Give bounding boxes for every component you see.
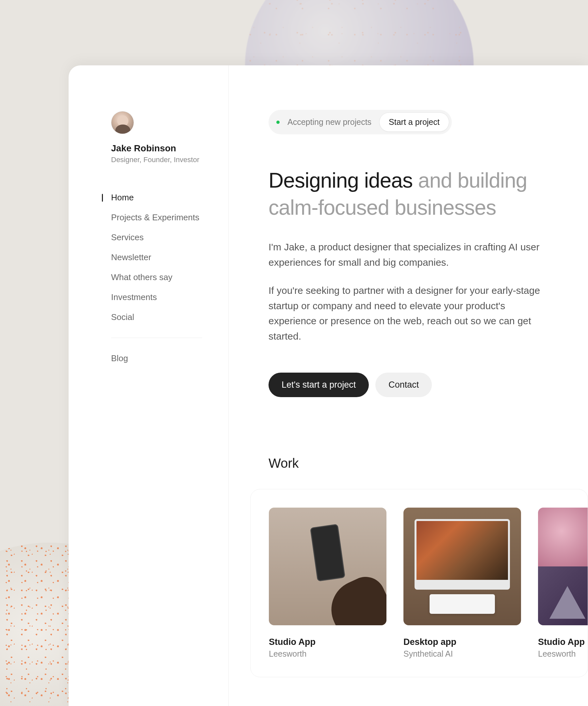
status-dot-icon [276,121,280,124]
hero-paragraph-2: If you're seeking to partner with a desi… [268,283,549,344]
hero-paragraph-1: I'm Jake, a product designer that specia… [268,240,549,270]
nav-item-testimonials[interactable]: What others say [111,267,228,287]
nav-item-blog[interactable]: Blog [111,348,228,368]
main-card: Jake Robinson Designer, Founder, Investo… [69,65,588,706]
hero-buttons: Let's start a project Contact [268,372,562,397]
status-pill: Accepting new projects Start a project [268,110,452,134]
hero-heading: Designing ideas and building calm-focuse… [268,167,562,221]
work-subtitle: Leesworth [538,649,588,659]
work-card[interactable]: Studio App Leesworth [538,508,588,659]
lets-start-project-button[interactable]: Let's start a project [268,372,369,397]
nav-item-projects[interactable]: Projects & Experiments [111,207,228,228]
hero-heading-main: Designing ideas [268,169,413,192]
main-content: Accepting new projects Start a project D… [229,65,588,706]
work-image [269,508,386,625]
work-card[interactable]: Studio App Leesworth [269,508,386,659]
hero-section: Designing ideas and building calm-focuse… [268,167,562,397]
work-subtitle: Leesworth [269,649,386,659]
nav-list: Home Projects & Experiments Services New… [111,188,228,368]
profile-name: Jake Robinson [111,143,228,154]
nav-divider [111,338,202,338]
work-title: Studio App [538,637,588,647]
work-subtitle: Synthetical AI [404,649,521,659]
sidebar: Jake Robinson Designer, Founder, Investo… [69,65,229,706]
work-grid-wrapper: Studio App Leesworth Desktop app Synthet… [250,489,588,677]
start-project-pill-button[interactable]: Start a project [379,112,449,132]
work-title: Studio App [269,637,386,647]
work-heading: Work [268,456,588,471]
work-image [404,508,521,625]
work-image [538,508,588,625]
work-grid[interactable]: Studio App Leesworth Desktop app Synthet… [269,508,588,659]
work-card[interactable]: Desktop app Synthetical AI [404,508,521,659]
nav-item-investments[interactable]: Investments [111,287,228,307]
work-section: Work Studio App Leesworth Desktop app Sy… [268,456,588,677]
nav-item-newsletter[interactable]: Newsletter [111,247,228,267]
status-text: Accepting new projects [288,117,371,127]
nav-item-home[interactable]: Home [111,188,228,207]
avatar[interactable] [111,111,134,134]
profile-title: Designer, Founder, Investor [111,156,228,164]
contact-button[interactable]: Contact [375,372,432,397]
nav-item-services[interactable]: Services [111,228,228,247]
nav-item-social[interactable]: Social [111,307,228,327]
work-title: Desktop app [404,637,521,647]
